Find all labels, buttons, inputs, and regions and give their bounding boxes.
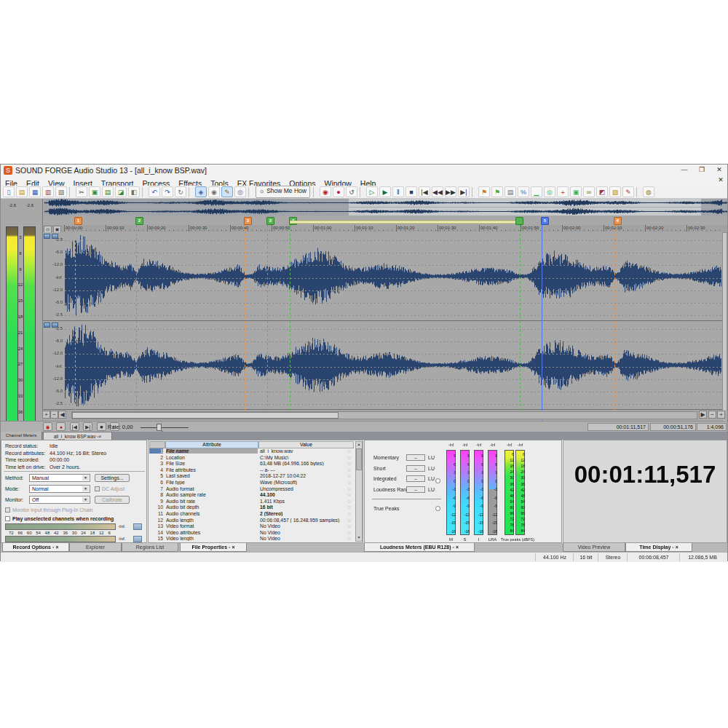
undo-icon[interactable]: ↶	[149, 186, 160, 197]
options-gear-icon[interactable]: ◍	[643, 186, 654, 197]
vertical-scrollbar[interactable]	[722, 232, 727, 435]
method-select[interactable]: Manual▼	[29, 474, 90, 482]
favorite-icon[interactable]: ♡	[347, 455, 351, 460]
record-meter-right-button[interactable]	[133, 536, 142, 542]
tab-record-options[interactable]: Record Options ▫ ×	[2, 543, 69, 552]
go-end-icon[interactable]: ▶|	[458, 186, 470, 197]
paste-icon[interactable]: ▤	[102, 186, 114, 197]
favorite-icon[interactable]: ♡	[347, 523, 351, 529]
new-file-icon[interactable]: ▯	[3, 186, 15, 197]
marker-list-icon[interactable]: ▨	[609, 186, 621, 197]
auto-region-icon[interactable]: ▤	[505, 186, 516, 197]
marker-flag-6[interactable]: 6	[614, 217, 622, 225]
table-row[interactable]: 15Video lengthNo Video♡	[149, 536, 355, 542]
trim-icon[interactable]: ◧	[128, 186, 140, 197]
favorite-icon[interactable]: ♡	[347, 530, 351, 535]
favorite-icon[interactable]: ♡	[347, 518, 351, 523]
overview-left-channel[interactable]	[44, 199, 727, 207]
favorite-icon[interactable]: ♡	[347, 467, 351, 472]
dc-adjust-checkbox[interactable]	[95, 486, 100, 491]
favorite-icon[interactable]: ♡	[347, 480, 351, 485]
zoom-out-icon[interactable]: ▣	[570, 186, 582, 197]
zoom-in-icon[interactable]: ＋	[557, 186, 569, 197]
integrated-radio[interactable]	[435, 478, 440, 483]
magnify-out-button[interactable]: −	[708, 411, 716, 419]
effects-chain-icon[interactable]: ∞	[583, 186, 595, 197]
loop-playback-icon[interactable]: ↺	[346, 186, 357, 197]
play-icon[interactable]: ▶	[379, 186, 391, 197]
document-close-icon[interactable]: ✕	[716, 176, 726, 185]
play-all-icon[interactable]: ▷	[366, 186, 378, 197]
render-as-icon[interactable]: ▧	[55, 186, 67, 197]
record-icon[interactable]: ●	[333, 186, 344, 197]
repeat-icon[interactable]: ↻	[175, 186, 186, 197]
zoom-ratio-field[interactable]: 1:4,096	[697, 423, 727, 431]
scroll-right-icon[interactable]: ▶	[699, 411, 707, 419]
waveform-channel-right[interactable]: -2.5-6.0-12.0-Inf.-12.0-6.0-2.5	[42, 321, 722, 410]
go-to-end-button[interactable]: ▶|	[83, 422, 92, 431]
statistics-icon[interactable]: %	[518, 186, 529, 197]
marker-flag-1[interactable]: 1	[74, 217, 82, 225]
cut-icon[interactable]: ✂	[76, 186, 87, 197]
show-me-how-button[interactable]: ☼ Show Me How	[256, 186, 310, 198]
monitor-select[interactable]: Off▼	[29, 496, 90, 504]
tab-time-display[interactable]: Time Display ▫ ×	[625, 543, 692, 552]
envelope-tool-icon[interactable]: ◉	[208, 186, 220, 197]
tab-regions-list[interactable]: Regions List	[122, 543, 178, 552]
file-properties-scrollbar[interactable]: ▲ ▼	[355, 441, 363, 542]
redo-icon[interactable]: ↷	[162, 186, 173, 197]
play-unselected-checkbox[interactable]	[5, 516, 10, 521]
spectrum-icon[interactable]: ▁	[531, 186, 542, 197]
open-icon[interactable]: ▤	[16, 186, 28, 197]
maximize-button[interactable]: ❐	[694, 165, 710, 175]
marker-flag-5[interactable]: 5	[541, 217, 549, 225]
marker-flag-2[interactable]: 2	[135, 217, 143, 225]
plugin-manager-icon[interactable]: ◩	[596, 186, 608, 197]
favorite-icon[interactable]: ♡	[347, 486, 351, 491]
tab-explorer[interactable]: Explorer	[69, 543, 122, 552]
favorite-icon[interactable]: ♡	[347, 473, 351, 478]
monitor-plugin-chain-checkbox[interactable]	[5, 507, 10, 513]
zoom-out-time-button[interactable]: −	[50, 411, 58, 419]
go-to-start-button[interactable]: |◀	[70, 422, 79, 431]
tab-video-preview[interactable]: Video Preview	[563, 543, 625, 552]
overview-right-channel[interactable]	[44, 207, 727, 215]
save-as-icon[interactable]: ▥	[42, 186, 54, 197]
waveform-channel-left[interactable]: -2.5-6.0-12.0-Inf.-12.0-6.0-2.5	[42, 232, 722, 321]
stop-icon[interactable]: ■	[405, 186, 417, 197]
zoom-selection-icon[interactable]: ◎	[544, 186, 555, 197]
record-button[interactable]: ●	[56, 422, 66, 431]
rewind-icon[interactable]: ◀◀	[432, 186, 443, 197]
scrollbar-thumb[interactable]	[72, 412, 339, 419]
insert-region-icon[interactable]: ⚑	[491, 186, 503, 197]
tab-close-icon[interactable]: ×	[99, 434, 102, 439]
selection-length-field[interactable]: 00:00:51,176	[650, 423, 696, 431]
magnify-in-button[interactable]: +	[717, 411, 725, 419]
scroll-left-icon[interactable]: ◀	[58, 411, 66, 419]
magnify-tool-icon[interactable]: ◎	[234, 186, 246, 197]
cursor-time-field[interactable]: 00:01:11,517	[587, 423, 649, 431]
marker-flag-3[interactable]: 3	[244, 217, 252, 225]
close-button[interactable]: ✕	[711, 165, 727, 175]
true-peaks-radio[interactable]	[435, 506, 440, 511]
minimize-button[interactable]: —	[676, 165, 692, 175]
record-meter-left-button[interactable]	[133, 523, 142, 530]
settings-button[interactable]: Settings...	[95, 474, 130, 482]
favorite-icon[interactable]: ♡	[347, 492, 351, 497]
tab-document[interactable]: all_i_know BSP.wav ▫×	[43, 432, 112, 440]
favorite-icon[interactable]: ♡	[347, 511, 351, 516]
mode-select[interactable]: Normal▼	[29, 485, 90, 493]
save-icon[interactable]: ▦	[29, 186, 41, 197]
record-prepare-button[interactable]: ◉	[43, 422, 52, 431]
audio-pencil-icon[interactable]: ✎	[622, 186, 634, 197]
go-start-icon[interactable]: |◀	[419, 186, 430, 197]
region-end-flag-4[interactable]	[515, 217, 523, 225]
favorite-icon[interactable]: ♡	[347, 536, 351, 541]
favorite-icon[interactable]: ♡	[347, 448, 351, 454]
favorite-icon[interactable]: ♡	[347, 499, 351, 504]
insert-marker-icon[interactable]: ⚑	[478, 186, 490, 197]
event-tool-icon[interactable]: ◈	[195, 186, 207, 197]
zoom-in-time-button[interactable]: +	[42, 411, 50, 419]
record-prepare-icon[interactable]: ◉	[320, 186, 331, 197]
tab-file-properties[interactable]: File Properties ▫ ×	[180, 543, 247, 552]
